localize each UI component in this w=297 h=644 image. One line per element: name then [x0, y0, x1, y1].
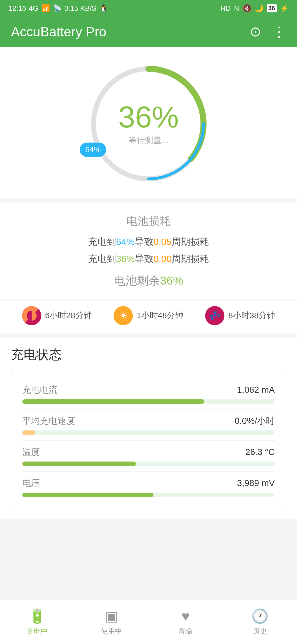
speed-progress-bg [22, 430, 275, 435]
status-speed: 0.15 KB/S [64, 4, 97, 13]
nfc-icon: N [234, 4, 239, 13]
circle-container: 36% 等待测量... 64% [82, 58, 215, 190]
app-bar-actions: ⊙ ⋮ [250, 24, 286, 40]
mixed-time: 6小时28分钟 [45, 310, 92, 321]
history-nav-icon: 🕐 [251, 608, 268, 624]
charging-card: 充电电流 1,062 mA 平均充电速度 0.0%/小时 [11, 370, 286, 511]
nav-history[interactable]: 🕐 历史 [223, 600, 297, 644]
health-label: 64% [80, 143, 106, 157]
qq-icon: 🐧 [99, 4, 108, 13]
sound-icon: 🔇 [243, 4, 251, 13]
status-network: 4G [29, 4, 38, 13]
time-item-sleep: 💤 8小时38分钟 [205, 306, 275, 325]
usage-nav-label: 使用中 [101, 626, 122, 636]
bottom-nav: 🔋 充电中 ▣ 使用中 ♥ 寿命 🕐 历史 [0, 600, 297, 644]
current-progress-fill [22, 399, 204, 404]
usage-nav-icon: ▣ [105, 608, 118, 624]
charging-row-current: 充电电流 1,062 mA [22, 378, 275, 410]
app-title: AccuBattery Pro [11, 24, 106, 39]
nav-usage[interactable]: ▣ 使用中 [74, 600, 148, 644]
battery-wear-section: 电池损耗 充电到64%导致0.05周期损耗 充电到36%导致0.00周期损耗 电… [0, 203, 297, 299]
battery-circle-section: 36% 等待测量... 64% [0, 47, 297, 198]
signal-icon: 📶 [41, 4, 50, 13]
moon-icon: 🌙 [255, 4, 263, 13]
speed-label: 平均充电速度 [22, 415, 75, 427]
time-item-mixed: 6小时28分钟 [22, 306, 92, 325]
nav-life[interactable]: ♥ 寿命 [148, 600, 223, 644]
status-bar-right: HD N 🔇 🌙 36 ⚡ [220, 4, 289, 13]
voltage-label: 电压 [22, 477, 40, 489]
status-bar: 12:16 4G 📶 📡 0.15 KB/S 🐧 HD N 🔇 🌙 36 ⚡ [0, 0, 297, 17]
app-bar: AccuBattery Pro ⊙ ⋮ [0, 17, 297, 47]
charging-icon: ⚡ [280, 4, 289, 13]
main-content: 36% 等待测量... 64% 电池损耗 充电到64%导致0.05周期损耗 充电… [0, 47, 297, 569]
temp-label: 温度 [22, 446, 40, 458]
wifi-icon: 📡 [53, 4, 62, 13]
sleep-time: 8小时38分钟 [228, 310, 275, 321]
current-label: 充电电流 [22, 384, 57, 396]
charging-row-speed: 平均充电速度 0.0%/小时 [22, 410, 275, 441]
voltage-progress-fill [22, 493, 153, 497]
hd-label: HD [220, 4, 231, 13]
charging-row-voltage: 电压 3,989 mV [22, 472, 275, 503]
battery-subtitle: 等待测量... [118, 135, 179, 146]
charging-nav-icon: 🔋 [29, 608, 46, 624]
charging-section-title: 充电状态 [11, 346, 286, 363]
bottom-spacer [0, 519, 297, 563]
status-bar-left: 12:16 4G 📶 📡 0.15 KB/S 🐧 [8, 4, 108, 13]
speed-progress-fill [22, 430, 35, 435]
nav-charging[interactable]: 🔋 充电中 [0, 600, 74, 644]
sleep-icon: 💤 [205, 306, 224, 325]
circle-center: 36% 等待测量... [118, 102, 179, 146]
mixed-use-icon [22, 306, 41, 325]
battery-wear-title: 电池损耗 [16, 214, 280, 229]
history-nav-label: 历史 [253, 626, 267, 636]
time-estimates: 6小时28分钟 ☀ 1小时48分钟 💤 8小时38分钟 [0, 301, 297, 334]
life-nav-icon: ♥ [182, 608, 190, 624]
charging-row-temp: 温度 26.3 °C [22, 441, 275, 472]
temp-progress-bg [22, 462, 275, 466]
status-time: 12:16 [8, 4, 26, 13]
temp-progress-fill [22, 462, 136, 466]
help-button[interactable]: ⊙ [250, 24, 261, 40]
battery-remaining-title: 电池剩余36% [16, 273, 280, 288]
menu-button[interactable]: ⋮ [272, 24, 286, 40]
current-value: 1,062 mA [237, 385, 275, 395]
voltage-value: 3,989 mV [237, 478, 275, 488]
wear-line-2: 充电到36%导致0.00周期损耗 [16, 251, 280, 266]
speed-value: 0.0%/小时 [235, 415, 275, 427]
charging-section: 充电状态 充电电流 1,062 mA 平均充电速度 0.0%/小时 [0, 338, 297, 519]
battery-percentage: 36% [118, 102, 179, 132]
charging-nav-label: 充电中 [26, 626, 48, 636]
life-nav-label: 寿命 [178, 626, 193, 636]
current-progress-bg [22, 399, 275, 404]
voltage-progress-bg [22, 493, 275, 497]
battery-badge: 36 [267, 4, 277, 12]
screen-on-icon: ☀ [114, 306, 133, 325]
wear-line-1: 充电到64%导致0.05周期损耗 [16, 234, 280, 249]
time-item-screen: ☀ 1小时48分钟 [114, 306, 183, 325]
temp-value: 26.3 °C [245, 447, 275, 457]
screen-time: 1小时48分钟 [137, 310, 183, 321]
